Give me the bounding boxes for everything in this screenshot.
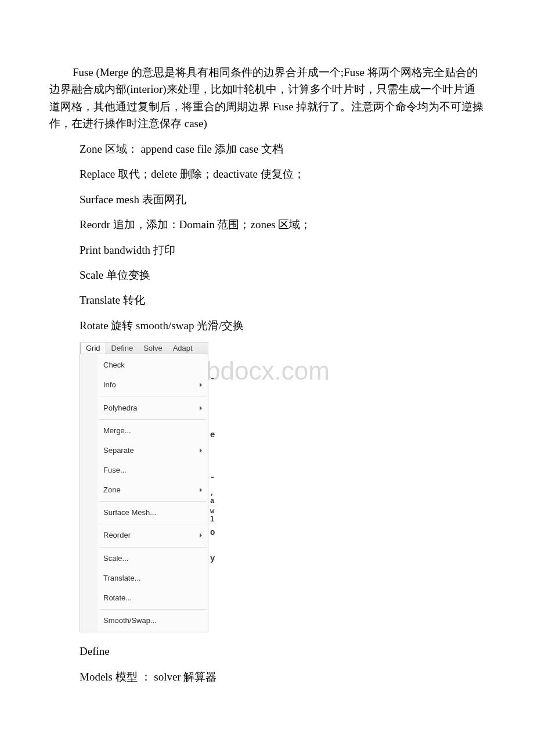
item-translate[interactable]: Translate...: [80, 568, 208, 588]
item-info[interactable]: Info: [80, 375, 208, 395]
chevron-right-icon: [200, 406, 202, 411]
paragraph-rotate: Rotate 旋转 smooth/swap 光滑/交换: [49, 317, 485, 334]
chevron-right-icon: [200, 383, 202, 387]
menu-separator: [99, 501, 207, 502]
item-check[interactable]: Check: [80, 355, 208, 375]
document-content: Fuse (Merge 的意思是将具有相同条件的边界合并成一个;Fuse 将两个…: [49, 64, 485, 685]
menu-separator: [99, 524, 207, 524]
item-fuse[interactable]: Fuse...: [80, 460, 208, 480]
menu-separator: [99, 609, 207, 610]
cropped-char: y: [210, 553, 215, 566]
item-info-label: Info: [103, 380, 116, 389]
item-scale[interactable]: Scale...: [80, 549, 208, 568]
item-rotate[interactable]: Rotate...: [80, 588, 208, 608]
cropped-char: e: [210, 429, 215, 442]
paragraph-fuse: Fuse (Merge 的意思是将具有相同条件的边界合并成一个;Fuse 将两个…: [49, 64, 485, 132]
paragraph-surface-mesh: Surface mesh 表面网孔: [49, 191, 485, 208]
menu-define[interactable]: Define: [106, 343, 139, 354]
menu-grid[interactable]: Grid: [80, 343, 106, 354]
item-zone[interactable]: Zone: [80, 480, 208, 500]
grid-dropdown: Check Info Polyhedra Merge... Separate F…: [80, 354, 208, 632]
cropped-char: -: [210, 373, 215, 386]
paragraph-define: Define: [49, 643, 485, 660]
menu-separator: [99, 419, 207, 420]
paragraph-models: Models 模型 ： solver 解算器: [49, 668, 485, 685]
item-merge[interactable]: Merge...: [80, 421, 208, 441]
paragraph-scale: Scale 单位变换: [49, 267, 485, 283]
chevron-right-icon: [200, 448, 202, 453]
chevron-right-icon: [200, 488, 202, 492]
item-polyhedra-label: Polyhedra: [103, 404, 138, 412]
paragraph-translate: Translate 转化: [49, 291, 485, 308]
cropped-char: , a: [210, 489, 214, 505]
item-separate[interactable]: Separate: [80, 441, 208, 460]
menu-solve[interactable]: Solve: [138, 343, 168, 354]
item-polyhedra[interactable]: Polyhedra: [80, 398, 208, 418]
cropped-char: w l: [210, 507, 214, 524]
paragraph-replace: Replace 取代；delete 删除；deactivate 使复位；: [49, 165, 485, 182]
item-surface-mesh[interactable]: Surface Mesh...: [80, 503, 208, 523]
menu-adapt[interactable]: Adapt: [168, 343, 198, 354]
paragraph-reorder: Reordr 追加，添加：Domain 范围；zones 区域；: [49, 216, 485, 233]
chevron-right-icon: [200, 533, 202, 538]
item-separate-label: Separate: [103, 446, 134, 455]
cropped-char: o: [210, 527, 215, 539]
item-smooth-swap[interactable]: Smooth/Swap...: [80, 611, 208, 631]
menu-separator: [99, 397, 207, 397]
paragraph-print-bandwidth: Print bandwidth 打印: [49, 242, 485, 258]
item-reorder-label: Reorder: [103, 531, 131, 539]
item-zone-label: Zone: [103, 485, 121, 494]
grid-menu-screenshot: Grid Define Solve Adapt Check Info Polyh…: [80, 342, 208, 632]
cropped-char: -: [210, 471, 215, 484]
item-reorder[interactable]: Reorder: [80, 525, 208, 545]
paragraph-zone: Zone 区域： append case file 添加 case 文档: [49, 141, 485, 157]
menu-bar: Grid Define Solve Adapt: [80, 342, 208, 354]
menu-separator: [99, 547, 207, 548]
